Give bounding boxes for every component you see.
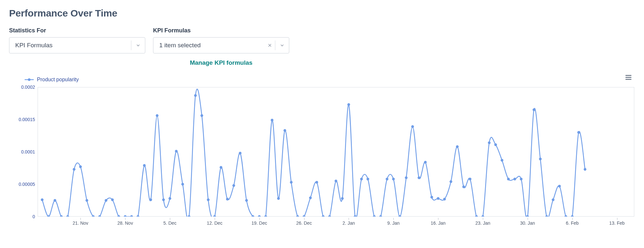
data-point[interactable] bbox=[149, 198, 152, 201]
chart-plot: 00.000050.00010.000150.0002 21. Nov28. N… bbox=[9, 87, 638, 230]
data-point[interactable] bbox=[558, 185, 561, 187]
data-point[interactable] bbox=[360, 178, 363, 180]
x-tick-mark bbox=[393, 218, 394, 220]
manage-kpi-link[interactable]: Manage KPI formulas bbox=[153, 59, 289, 66]
data-point[interactable] bbox=[366, 178, 369, 180]
data-point[interactable] bbox=[162, 198, 165, 201]
data-point[interactable] bbox=[456, 145, 459, 148]
data-point[interactable] bbox=[386, 178, 388, 180]
data-point[interactable] bbox=[379, 215, 382, 217]
data-point[interactable] bbox=[552, 198, 554, 201]
x-tick-label: 12. Dec bbox=[207, 220, 222, 226]
data-point[interactable] bbox=[373, 215, 376, 217]
data-point[interactable] bbox=[494, 143, 497, 146]
data-point[interactable] bbox=[347, 103, 350, 106]
data-point[interactable] bbox=[532, 108, 535, 111]
statistics-for-select[interactable]: KPI Formulas bbox=[9, 37, 145, 53]
x-tick-label: 28. Nov bbox=[117, 220, 133, 226]
data-point[interactable] bbox=[322, 215, 324, 217]
data-point[interactable] bbox=[513, 178, 516, 180]
data-point[interactable] bbox=[258, 215, 260, 217]
data-point[interactable] bbox=[143, 164, 146, 167]
data-point[interactable] bbox=[130, 215, 133, 217]
data-point[interactable] bbox=[411, 125, 414, 128]
data-point[interactable] bbox=[233, 184, 235, 187]
series-line bbox=[42, 89, 585, 217]
kpi-formulas-group: KPI Formulas 1 item selected Manage KPI … bbox=[153, 27, 289, 66]
data-point[interactable] bbox=[526, 215, 529, 217]
data-point[interactable] bbox=[226, 198, 229, 200]
data-point[interactable] bbox=[565, 215, 567, 217]
data-point[interactable] bbox=[239, 152, 241, 154]
y-tick-label: 0.0002 bbox=[21, 85, 35, 90]
data-point[interactable] bbox=[545, 215, 548, 217]
data-point[interactable] bbox=[296, 215, 299, 217]
data-point[interactable] bbox=[418, 176, 420, 179]
data-point[interactable] bbox=[264, 215, 267, 217]
clear-icon[interactable] bbox=[265, 43, 275, 48]
data-point[interactable] bbox=[194, 94, 197, 97]
data-point[interactable] bbox=[79, 165, 82, 168]
data-point[interactable] bbox=[341, 197, 343, 200]
kpi-formulas-value: 1 item selected bbox=[153, 42, 265, 49]
data-point[interactable] bbox=[449, 180, 452, 183]
data-point[interactable] bbox=[443, 198, 446, 200]
data-point[interactable] bbox=[488, 141, 490, 144]
data-point[interactable] bbox=[309, 197, 312, 199]
data-point[interactable] bbox=[335, 180, 337, 182]
data-point[interactable] bbox=[207, 198, 209, 201]
data-point[interactable] bbox=[124, 215, 126, 217]
data-point[interactable] bbox=[462, 186, 465, 188]
data-point[interactable] bbox=[577, 131, 580, 134]
data-point[interactable] bbox=[392, 178, 395, 180]
data-point[interactable] bbox=[584, 168, 586, 171]
data-point[interactable] bbox=[245, 199, 248, 202]
data-point[interactable] bbox=[507, 178, 510, 180]
data-point[interactable] bbox=[539, 158, 542, 160]
data-point[interactable] bbox=[520, 178, 522, 180]
chart-area: Product popularity 00.000050.00010.00015… bbox=[6, 77, 638, 230]
data-point[interactable] bbox=[277, 197, 280, 200]
data-point[interactable] bbox=[501, 159, 503, 162]
data-point[interactable] bbox=[73, 168, 75, 171]
data-point[interactable] bbox=[271, 119, 273, 121]
x-tick-label: 13. Feb bbox=[609, 220, 625, 226]
data-point[interactable] bbox=[482, 215, 484, 217]
data-point[interactable] bbox=[41, 198, 43, 201]
data-point[interactable] bbox=[430, 196, 433, 198]
statistics-for-value: KPI Formulas bbox=[9, 42, 131, 49]
data-point[interactable] bbox=[86, 199, 88, 202]
data-point[interactable] bbox=[571, 215, 574, 217]
data-point[interactable] bbox=[283, 129, 286, 132]
chevron-down-icon[interactable] bbox=[131, 43, 145, 48]
data-point[interactable] bbox=[66, 215, 69, 217]
data-point[interactable] bbox=[316, 181, 318, 184]
chevron-down-icon[interactable] bbox=[275, 43, 289, 48]
data-point[interactable] bbox=[169, 197, 171, 200]
data-point[interactable] bbox=[354, 215, 356, 217]
data-point[interactable] bbox=[424, 161, 427, 163]
data-point[interactable] bbox=[105, 199, 107, 202]
data-point[interactable] bbox=[181, 183, 184, 186]
hamburger-icon[interactable] bbox=[625, 73, 632, 83]
data-point[interactable] bbox=[437, 197, 439, 200]
x-tick-mark bbox=[528, 218, 528, 220]
data-point[interactable] bbox=[220, 166, 222, 169]
data-point[interactable] bbox=[111, 198, 113, 201]
data-point[interactable] bbox=[475, 215, 478, 217]
data-point[interactable] bbox=[137, 215, 139, 217]
data-point[interactable] bbox=[328, 215, 331, 217]
data-point[interactable] bbox=[213, 215, 216, 217]
x-tick-mark bbox=[304, 218, 304, 220]
data-point[interactable] bbox=[54, 199, 56, 202]
data-point[interactable] bbox=[188, 215, 190, 217]
data-point[interactable] bbox=[200, 114, 203, 117]
data-point[interactable] bbox=[156, 114, 158, 117]
data-point[interactable] bbox=[469, 178, 471, 180]
chart-legend[interactable]: Product popularity bbox=[25, 77, 638, 83]
kpi-formulas-select[interactable]: 1 item selected bbox=[153, 37, 289, 53]
data-point[interactable] bbox=[405, 176, 407, 179]
x-tick-mark bbox=[259, 218, 260, 220]
data-point[interactable] bbox=[175, 150, 177, 152]
data-point[interactable] bbox=[290, 181, 292, 184]
